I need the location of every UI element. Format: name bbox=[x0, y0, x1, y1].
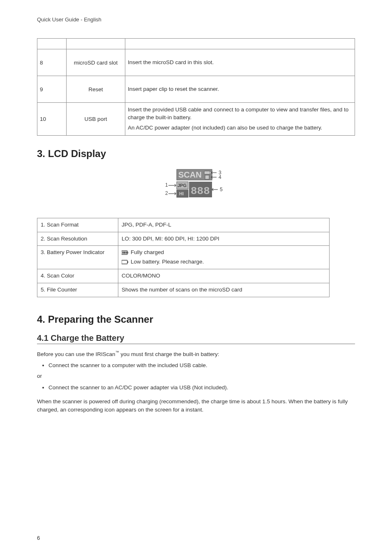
table-row-label: 2. Scan Resolution bbox=[37, 232, 118, 246]
list-item: Connect the scanner to an AC/DC power ad… bbox=[48, 383, 355, 392]
svg-text:HI: HI bbox=[179, 191, 184, 196]
table-row-label: 5. File Counter bbox=[37, 283, 118, 297]
svg-rect-27 bbox=[127, 261, 128, 263]
svg-text:1: 1 bbox=[165, 182, 168, 188]
svg-text:4: 4 bbox=[219, 174, 221, 180]
svg-rect-2 bbox=[204, 171, 210, 174]
svg-text:SCAN: SCAN bbox=[178, 170, 202, 179]
battery-empty-icon bbox=[122, 260, 129, 265]
table-row-value: Shows the number of scans on the microSD… bbox=[118, 283, 330, 297]
table-row-name: Reset bbox=[67, 76, 125, 103]
svg-rect-3 bbox=[210, 172, 211, 173]
table-row-num: 9 bbox=[37, 76, 67, 103]
svg-rect-4 bbox=[205, 175, 209, 179]
list-item: Connect the scanner to a computer with t… bbox=[48, 361, 355, 370]
svg-text:2: 2 bbox=[165, 190, 168, 196]
table-row-num: 10 bbox=[37, 103, 67, 136]
table-row-name: USB port bbox=[67, 103, 125, 136]
table-row-label: 4. Scan Color bbox=[37, 269, 118, 283]
subsection-charge-title: 4.1 Charge the Battery bbox=[37, 333, 355, 344]
table-row-value: JPG, PDF-A, PDF-L bbox=[118, 218, 330, 232]
lcd-table: 1. Scan Format JPG, PDF-A, PDF-L 2. Scan… bbox=[37, 218, 330, 297]
charge-intro: Before you can use the IRIScan™ you must… bbox=[37, 350, 355, 358]
svg-rect-23 bbox=[122, 252, 124, 254]
svg-rect-22 bbox=[127, 252, 128, 253]
svg-rect-24 bbox=[124, 252, 125, 254]
battery-full-icon bbox=[122, 250, 129, 255]
table-row-value: Fully charged Low battery. Please rechar… bbox=[118, 246, 330, 269]
table-row-desc: Insert the microSD card in this slot. bbox=[125, 49, 355, 76]
svg-rect-26 bbox=[122, 260, 127, 264]
svg-text:888: 888 bbox=[191, 185, 210, 197]
table-row-label: 3. Battery Power Indicator bbox=[37, 246, 118, 269]
table-row-value: COLOR/MONO bbox=[118, 269, 330, 283]
svg-text:JPG: JPG bbox=[178, 183, 187, 188]
svg-text:5: 5 bbox=[220, 187, 223, 192]
svg-rect-25 bbox=[126, 252, 127, 254]
table-row-num: 8 bbox=[37, 49, 67, 76]
lcd-diagram: SCAN 3 4 JPG HI 888 1 2 bbox=[37, 167, 355, 206]
table-row-label: 1. Scan Format bbox=[37, 218, 118, 232]
table-row-desc: Insert the provided USB cable and connec… bbox=[125, 103, 355, 136]
section-lcd-title: 3. LCD Display bbox=[37, 148, 355, 160]
page-header: Quick User Guide - English bbox=[37, 16, 355, 23]
table-row-name: microSD card slot bbox=[67, 49, 125, 76]
page-number: 6 bbox=[37, 535, 40, 541]
table-row-desc: Insert paper clip to reset the scanner. bbox=[125, 76, 355, 103]
or-text: or bbox=[37, 372, 355, 380]
hardware-table: 8 microSD card slot Insert the microSD c… bbox=[37, 38, 355, 136]
charge-note: When the scanner is powered off during c… bbox=[37, 398, 355, 414]
table-row-value: LO: 300 DPI, MI: 600 DPI, HI: 1200 DPI bbox=[118, 232, 330, 246]
section-prepare-title: 4. Preparing the Scanner bbox=[37, 314, 355, 325]
